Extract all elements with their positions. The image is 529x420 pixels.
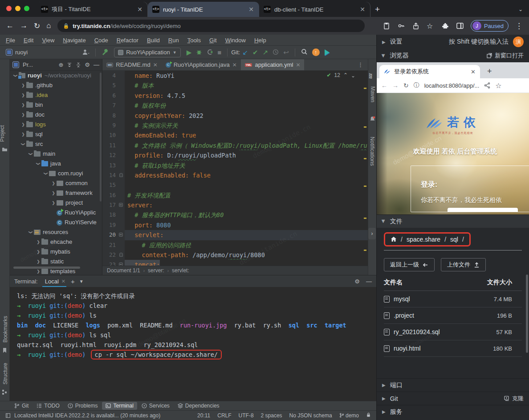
section-端口[interactable]: ▶端口: [377, 378, 529, 392]
toolwindow-todo[interactable]: TODO: [33, 402, 63, 410]
code-line-23[interactable]: 23− tomcat:: [102, 260, 368, 266]
clipboard-icon[interactable]: [383, 22, 391, 30]
code-line-7[interactable]: 7 # 版权年份: [102, 101, 368, 110]
menu-build[interactable]: Build: [147, 37, 160, 44]
file-row--project[interactable]: .project196 B: [384, 307, 522, 324]
tree-chevron-icon[interactable]: ❯: [20, 90, 26, 100]
clone-button[interactable]: 克隆: [504, 395, 524, 403]
toolwindow-git[interactable]: Git: [11, 402, 32, 410]
status-item-1[interactable]: CRLF: [217, 412, 231, 419]
tree-item-doc[interactable]: ❯doc: [10, 110, 102, 120]
tree-item-common[interactable]: ❯common: [10, 178, 102, 188]
bookmarks-stripe-button[interactable]: Bookmarks: [2, 316, 8, 343]
tree-chevron-icon[interactable]: ❯: [20, 100, 26, 110]
new-tab-button[interactable]: +: [375, 4, 380, 14]
editor-tab-readme-md[interactable]: MDREADME.md✕: [102, 59, 162, 70]
file-row-ry-20210924-sql[interactable]: ry_20210924.sql57 KB: [384, 324, 522, 340]
tree-item-sql[interactable]: ❯sql: [10, 129, 102, 139]
tree-chevron-icon[interactable]: ❯: [35, 247, 41, 257]
tree-item-java[interactable]: ❯java: [10, 159, 102, 169]
hammer-icon[interactable]: [99, 48, 110, 56]
code-line-4[interactable]: 4 name: RuoYi: [102, 71, 368, 81]
home-icon[interactable]: [391, 236, 397, 242]
mini-browser-tab[interactable]: 登录若依系统 ✕: [379, 65, 480, 78]
terminal-minimize-icon[interactable]: —: [366, 278, 372, 285]
tree-item-ruoyiservle[interactable]: CRuoYiServle: [10, 218, 102, 227]
tree-item-com-ruoyi[interactable]: ❯com.ruoyi: [10, 169, 102, 178]
menu-tools[interactable]: Tools: [187, 37, 201, 44]
settings-section-header[interactable]: ▶ 设置 按 Shift 键切换输入法 演: [377, 35, 529, 49]
tree-chevron-icon[interactable]: ❯: [20, 129, 26, 139]
menu-code[interactable]: Code: [94, 37, 108, 44]
code-line-10[interactable]: 10 demoEnabled: true: [102, 130, 368, 140]
browser-section-header[interactable]: ▶ 浏览器 新窗口打开: [377, 49, 529, 62]
demo-badge[interactable]: 演: [513, 36, 524, 47]
close-icon[interactable]: ✕: [296, 62, 300, 68]
tree-item-logs[interactable]: ❯logs: [10, 120, 102, 129]
menu-edit[interactable]: Edit: [24, 37, 33, 44]
search-icon[interactable]: [299, 48, 310, 56]
share-icon[interactable]: [412, 22, 420, 30]
run-icon[interactable]: ▶: [184, 49, 194, 56]
tab-search-icon[interactable]: ⌄: [518, 6, 523, 12]
tree-chevron-icon[interactable]: ❯: [20, 110, 26, 120]
lock-icon[interactable]: [366, 412, 371, 419]
editor-tab-ruoyiapplication-java[interactable]: CRuoYiApplication.java✕: [162, 59, 241, 70]
status-time[interactable]: 20:11: [197, 412, 210, 419]
star-icon[interactable]: ☆: [495, 81, 501, 90]
forward-icon[interactable]: →: [392, 82, 399, 89]
window-controls[interactable]: [0, 0, 37, 17]
locate-file-icon[interactable]: ⊕: [58, 61, 63, 68]
split-view-icon[interactable]: [456, 22, 464, 30]
toolwindow-services[interactable]: Services: [138, 402, 173, 410]
tree-item-framework[interactable]: ❯framework: [10, 188, 102, 198]
expand-all-icon[interactable]: [67, 62, 72, 68]
git-branch-widget[interactable]: demo: [339, 412, 359, 419]
close-icon[interactable]: ✕: [136, 6, 143, 13]
tree-item-project[interactable]: ❯project: [10, 198, 102, 208]
editor-tab-application-yml[interactable]: YMLapplication.yml✕: [241, 59, 305, 70]
tree-item--github[interactable]: ❯.github: [10, 81, 102, 90]
tree-item-main[interactable]: ❯main: [10, 149, 102, 159]
code-line-22[interactable]: 22 context-path: /app/demo/ruoyi/8080: [102, 250, 368, 260]
project-name[interactable]: ruoyi: [15, 49, 28, 56]
hide-panel-icon[interactable]: —: [94, 61, 99, 68]
gear-icon[interactable]: ⚙: [85, 61, 90, 68]
code-line-15[interactable]: 15: [102, 180, 368, 190]
tree-horizontal-scrollbar[interactable]: [13, 267, 80, 269]
login-input[interactable]: [448, 208, 518, 212]
code-line-5[interactable]: 5 # 版本: [102, 81, 368, 90]
browser-tab[interactable]: <t>项目 - TitanIDE✕: [37, 2, 148, 17]
minimize-window-button[interactable]: [15, 6, 20, 11]
file-row-mysql[interactable]: mysql7.4 MB: [384, 291, 522, 307]
tree-item-ruoyi[interactable]: ❯ruoyi~/workspace/ruoyi: [10, 71, 102, 81]
fold-icon[interactable]: −: [119, 233, 123, 237]
tree-item-mybatis[interactable]: ❯mybatis: [10, 247, 102, 257]
files-scrollbar[interactable]: [526, 275, 528, 353]
go-up-button[interactable]: 返回上一级: [384, 258, 435, 271]
star-icon[interactable]: ☆: [427, 22, 435, 30]
close-icon[interactable]: ✕: [248, 6, 255, 13]
maximize-window-button[interactable]: [24, 6, 29, 11]
toolwindow-terminal[interactable]: Terminal: [102, 402, 137, 410]
home-icon[interactable]: ⌂: [46, 21, 51, 30]
profile-chip[interactable]: J Paused: [471, 20, 509, 32]
tree-item-static[interactable]: ❯static: [10, 257, 102, 267]
mini-address-bar[interactable]: localhost:8080/app/...: [424, 82, 480, 89]
address-bar[interactable]: 🔒 try.titanide.cn/ide/web/coding/ruoyi/d…: [57, 20, 365, 32]
reload-icon[interactable]: ↻: [403, 82, 409, 89]
tree-chevron-icon[interactable]: ❯: [50, 188, 57, 198]
tree-chevron-icon[interactable]: ❯: [35, 237, 41, 247]
extensions-icon[interactable]: [441, 22, 449, 30]
toolwindow-problems[interactable]: Problems: [64, 402, 102, 410]
code-line-19[interactable]: 19 port: 8080: [102, 220, 368, 230]
titan-run-icon[interactable]: [325, 49, 330, 56]
browser-tab[interactable]: <t>db-client - TitanIDE✕: [259, 2, 370, 17]
breadcrumb-item[interactable]: server:: [148, 267, 164, 274]
share-icon[interactable]: [484, 82, 490, 89]
breadcrumb-item[interactable]: Document 1/1: [107, 267, 140, 274]
kebab-menu-icon[interactable]: ⋮: [515, 21, 523, 31]
code-line-21[interactable]: 21 # 应用的访问路径: [102, 240, 368, 250]
section-服务[interactable]: ▶服务: [377, 405, 529, 418]
tree-chevron-icon[interactable]: ❯: [20, 81, 26, 90]
